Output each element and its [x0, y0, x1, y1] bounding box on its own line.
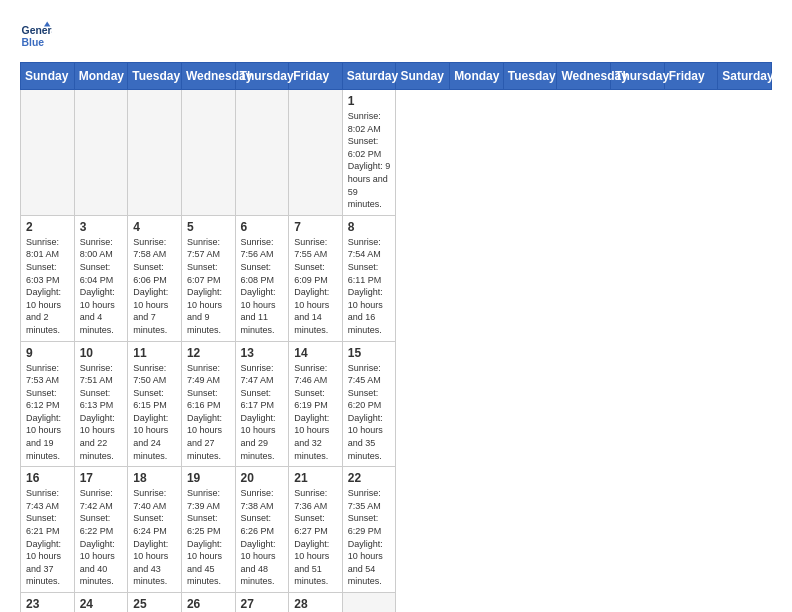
- header-wednesday: Wednesday: [557, 63, 611, 90]
- day-number: 9: [26, 346, 69, 360]
- day-number: 23: [26, 597, 69, 611]
- day-number: 22: [348, 471, 391, 485]
- day-cell: 24Sunrise: 7:32 AM Sunset: 6:31 PM Dayli…: [74, 593, 128, 613]
- day-cell: 19Sunrise: 7:39 AM Sunset: 6:25 PM Dayli…: [181, 467, 235, 593]
- day-info: Sunrise: 7:50 AM Sunset: 6:15 PM Dayligh…: [133, 362, 176, 463]
- day-number: 15: [348, 346, 391, 360]
- day-number: 17: [80, 471, 123, 485]
- day-cell: 4Sunrise: 7:58 AM Sunset: 6:06 PM Daylig…: [128, 215, 182, 341]
- day-info: Sunrise: 8:02 AM Sunset: 6:02 PM Dayligh…: [348, 110, 391, 211]
- day-cell: 27Sunrise: 7:27 AM Sunset: 6:35 PM Dayli…: [235, 593, 289, 613]
- header-saturday: Saturday: [342, 63, 396, 90]
- svg-marker-2: [44, 22, 50, 27]
- header-thursday: Thursday: [235, 63, 289, 90]
- header-sunday: Sunday: [396, 63, 450, 90]
- day-cell: 15Sunrise: 7:45 AM Sunset: 6:20 PM Dayli…: [342, 341, 396, 467]
- day-number: 4: [133, 220, 176, 234]
- logo: General Blue: [20, 20, 56, 52]
- day-info: Sunrise: 7:36 AM Sunset: 6:27 PM Dayligh…: [294, 487, 337, 588]
- day-cell: 23Sunrise: 7:33 AM Sunset: 6:30 PM Dayli…: [21, 593, 75, 613]
- svg-text:Blue: Blue: [22, 37, 45, 48]
- day-cell: 7Sunrise: 7:55 AM Sunset: 6:09 PM Daylig…: [289, 215, 343, 341]
- day-cell: 16Sunrise: 7:43 AM Sunset: 6:21 PM Dayli…: [21, 467, 75, 593]
- day-info: Sunrise: 7:56 AM Sunset: 6:08 PM Dayligh…: [241, 236, 284, 337]
- day-cell: [342, 593, 396, 613]
- day-number: 7: [294, 220, 337, 234]
- day-number: 11: [133, 346, 176, 360]
- day-info: Sunrise: 7:43 AM Sunset: 6:21 PM Dayligh…: [26, 487, 69, 588]
- day-number: 19: [187, 471, 230, 485]
- day-info: Sunrise: 7:53 AM Sunset: 6:12 PM Dayligh…: [26, 362, 69, 463]
- week-row-2: 2Sunrise: 8:01 AM Sunset: 6:03 PM Daylig…: [21, 215, 772, 341]
- day-number: 27: [241, 597, 284, 611]
- day-number: 6: [241, 220, 284, 234]
- day-cell: 8Sunrise: 7:54 AM Sunset: 6:11 PM Daylig…: [342, 215, 396, 341]
- day-info: Sunrise: 7:58 AM Sunset: 6:06 PM Dayligh…: [133, 236, 176, 337]
- day-cell: 6Sunrise: 7:56 AM Sunset: 6:08 PM Daylig…: [235, 215, 289, 341]
- day-cell: 22Sunrise: 7:35 AM Sunset: 6:29 PM Dayli…: [342, 467, 396, 593]
- svg-text:General: General: [22, 25, 52, 36]
- day-number: 26: [187, 597, 230, 611]
- logo-icon: General Blue: [20, 20, 52, 52]
- day-info: Sunrise: 7:51 AM Sunset: 6:13 PM Dayligh…: [80, 362, 123, 463]
- day-cell: [74, 90, 128, 216]
- day-number: 10: [80, 346, 123, 360]
- day-cell: 18Sunrise: 7:40 AM Sunset: 6:24 PM Dayli…: [128, 467, 182, 593]
- day-number: 13: [241, 346, 284, 360]
- day-cell: 5Sunrise: 7:57 AM Sunset: 6:07 PM Daylig…: [181, 215, 235, 341]
- day-number: 2: [26, 220, 69, 234]
- day-cell: 21Sunrise: 7:36 AM Sunset: 6:27 PM Dayli…: [289, 467, 343, 593]
- header-friday: Friday: [289, 63, 343, 90]
- calendar-table: SundayMondayTuesdayWednesdayThursdayFrid…: [20, 62, 772, 612]
- day-cell: [235, 90, 289, 216]
- day-cell: 11Sunrise: 7:50 AM Sunset: 6:15 PM Dayli…: [128, 341, 182, 467]
- day-cell: [128, 90, 182, 216]
- day-cell: 25Sunrise: 7:30 AM Sunset: 6:32 PM Dayli…: [128, 593, 182, 613]
- header: General Blue: [20, 20, 772, 52]
- day-number: 28: [294, 597, 337, 611]
- header-sunday: Sunday: [21, 63, 75, 90]
- day-cell: 26Sunrise: 7:28 AM Sunset: 6:34 PM Dayli…: [181, 593, 235, 613]
- day-cell: [21, 90, 75, 216]
- day-info: Sunrise: 7:54 AM Sunset: 6:11 PM Dayligh…: [348, 236, 391, 337]
- day-number: 16: [26, 471, 69, 485]
- day-info: Sunrise: 7:47 AM Sunset: 6:17 PM Dayligh…: [241, 362, 284, 463]
- day-cell: 10Sunrise: 7:51 AM Sunset: 6:13 PM Dayli…: [74, 341, 128, 467]
- day-cell: 28Sunrise: 7:25 AM Sunset: 6:36 PM Dayli…: [289, 593, 343, 613]
- day-info: Sunrise: 7:57 AM Sunset: 6:07 PM Dayligh…: [187, 236, 230, 337]
- calendar-header-row: SundayMondayTuesdayWednesdayThursdayFrid…: [21, 63, 772, 90]
- day-cell: 2Sunrise: 8:01 AM Sunset: 6:03 PM Daylig…: [21, 215, 75, 341]
- day-number: 14: [294, 346, 337, 360]
- day-cell: 9Sunrise: 7:53 AM Sunset: 6:12 PM Daylig…: [21, 341, 75, 467]
- header-monday: Monday: [74, 63, 128, 90]
- day-number: 25: [133, 597, 176, 611]
- day-number: 3: [80, 220, 123, 234]
- header-tuesday: Tuesday: [128, 63, 182, 90]
- header-friday: Friday: [664, 63, 718, 90]
- day-number: 24: [80, 597, 123, 611]
- day-cell: 20Sunrise: 7:38 AM Sunset: 6:26 PM Dayli…: [235, 467, 289, 593]
- day-info: Sunrise: 7:42 AM Sunset: 6:22 PM Dayligh…: [80, 487, 123, 588]
- day-number: 21: [294, 471, 337, 485]
- day-info: Sunrise: 7:55 AM Sunset: 6:09 PM Dayligh…: [294, 236, 337, 337]
- day-number: 20: [241, 471, 284, 485]
- day-number: 5: [187, 220, 230, 234]
- day-info: Sunrise: 8:01 AM Sunset: 6:03 PM Dayligh…: [26, 236, 69, 337]
- day-info: Sunrise: 7:49 AM Sunset: 6:16 PM Dayligh…: [187, 362, 230, 463]
- day-cell: [181, 90, 235, 216]
- day-cell: 3Sunrise: 8:00 AM Sunset: 6:04 PM Daylig…: [74, 215, 128, 341]
- day-info: Sunrise: 7:40 AM Sunset: 6:24 PM Dayligh…: [133, 487, 176, 588]
- day-cell: 1Sunrise: 8:02 AM Sunset: 6:02 PM Daylig…: [342, 90, 396, 216]
- day-info: Sunrise: 7:45 AM Sunset: 6:20 PM Dayligh…: [348, 362, 391, 463]
- day-cell: 17Sunrise: 7:42 AM Sunset: 6:22 PM Dayli…: [74, 467, 128, 593]
- header-wednesday: Wednesday: [181, 63, 235, 90]
- day-number: 12: [187, 346, 230, 360]
- day-info: Sunrise: 7:46 AM Sunset: 6:19 PM Dayligh…: [294, 362, 337, 463]
- day-cell: 13Sunrise: 7:47 AM Sunset: 6:17 PM Dayli…: [235, 341, 289, 467]
- header-saturday: Saturday: [718, 63, 772, 90]
- day-info: Sunrise: 7:39 AM Sunset: 6:25 PM Dayligh…: [187, 487, 230, 588]
- day-info: Sunrise: 8:00 AM Sunset: 6:04 PM Dayligh…: [80, 236, 123, 337]
- header-tuesday: Tuesday: [503, 63, 557, 90]
- day-info: Sunrise: 7:38 AM Sunset: 6:26 PM Dayligh…: [241, 487, 284, 588]
- day-cell: [289, 90, 343, 216]
